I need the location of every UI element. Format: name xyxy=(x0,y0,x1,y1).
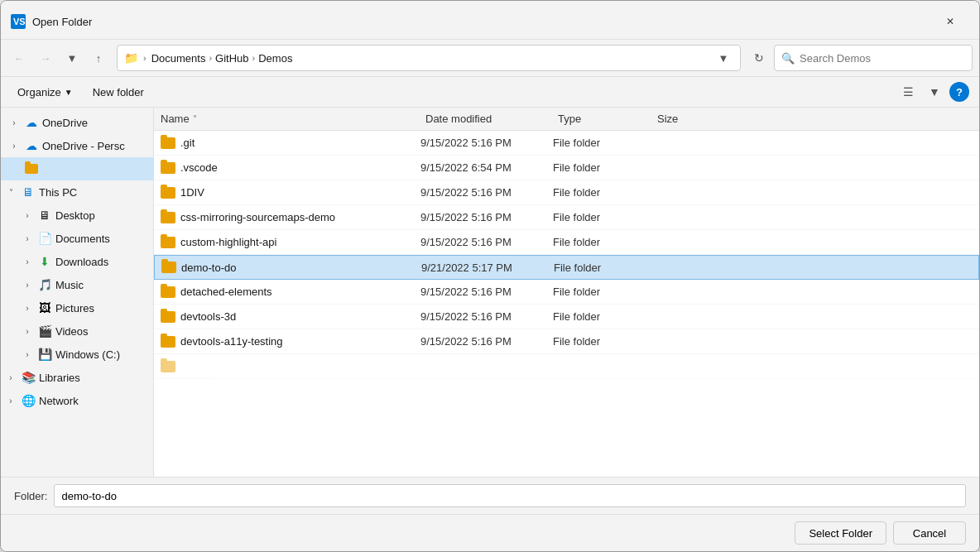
select-folder-button[interactable]: Select Folder xyxy=(795,521,886,545)
new-folder-button[interactable]: New folder xyxy=(86,83,151,102)
toolbar-right: ☰ ▼ ? xyxy=(896,80,969,103)
file-name: devtools-3d xyxy=(180,310,420,323)
breadcrumb-demos[interactable]: Demos xyxy=(258,52,292,65)
forward-button[interactable]: → xyxy=(34,46,57,70)
table-row[interactable]: devtools-a11y-testing 9/15/2022 5:16 PM … xyxy=(154,329,979,354)
sidebar-item-downloads[interactable]: › ⬇ Downloads xyxy=(1,250,153,273)
sidebar-label-downloads: Downloads xyxy=(55,256,108,268)
view-options-button[interactable]: ☰ xyxy=(896,80,920,103)
file-date: 9/15/2022 5:16 PM xyxy=(420,137,553,149)
folder-icon xyxy=(161,161,175,175)
column-size[interactable]: Size xyxy=(657,113,723,125)
column-headers: Name ˅ Date modified Type Size xyxy=(154,108,979,131)
sidebar-item-network[interactable]: › 🌐 Network xyxy=(1,389,153,412)
sidebar-item-documents[interactable]: › 📄 Documents xyxy=(1,227,153,250)
navigation-bar: ← → ▼ ↑ 📁 › Documents › GitHub › Demos ▼… xyxy=(1,40,979,77)
breadcrumb-sep-2: › xyxy=(252,53,256,63)
table-row[interactable]: .git 9/15/2022 5:16 PM File folder xyxy=(154,131,979,156)
table-row[interactable]: css-mirroring-sourcemaps-demo 9/15/2022 … xyxy=(154,205,979,230)
search-input[interactable] xyxy=(800,52,965,65)
organize-button[interactable]: Organize ▼ xyxy=(11,83,79,102)
sidebar-item-pictures[interactable]: › 🖼 Pictures xyxy=(1,296,153,319)
app-icon: VS xyxy=(11,14,26,29)
folder-icon xyxy=(161,285,175,300)
folder-icon xyxy=(161,359,175,374)
search-box[interactable]: 🔍 xyxy=(774,45,973,71)
sidebar-label-pictures: Pictures xyxy=(55,302,94,314)
column-type[interactable]: Type xyxy=(558,113,657,125)
folder-input[interactable] xyxy=(54,484,966,507)
help-button[interactable]: ? xyxy=(949,82,969,102)
address-bar[interactable]: 📁 › Documents › GitHub › Demos ▼ xyxy=(117,45,741,71)
address-dropdown-button[interactable]: ▼ xyxy=(713,46,733,70)
sidebar-item-this-pc[interactable]: ˅ 🖥 This PC xyxy=(1,180,153,204)
expand-icon-music: › xyxy=(21,278,34,291)
file-type: File folder xyxy=(553,310,652,323)
expand-icon-desktop: › xyxy=(21,209,34,222)
expand-icon-documents: › xyxy=(21,232,34,245)
table-row[interactable]: detached-elements 9/15/2022 5:16 PM File… xyxy=(154,280,979,305)
table-row-partial[interactable] xyxy=(154,354,979,379)
refresh-button[interactable]: ↻ xyxy=(747,46,771,70)
column-date[interactable]: Date modified xyxy=(425,113,558,125)
sort-indicator: ˅ xyxy=(193,114,197,123)
view-dropdown-button[interactable]: ▼ xyxy=(923,80,946,103)
recent-locations-button[interactable]: ▼ xyxy=(60,46,84,70)
up-button[interactable]: ↑ xyxy=(87,46,110,70)
file-type: File folder xyxy=(553,286,652,298)
window-controls: ✕ xyxy=(931,9,969,34)
expand-icon-videos: › xyxy=(21,324,34,338)
sidebar-item-videos[interactable]: › 🎬 Videos xyxy=(1,319,153,343)
close-button[interactable]: ✕ xyxy=(931,9,969,34)
file-date: 9/15/2022 6:54 PM xyxy=(420,161,553,174)
expand-icon-pictures: › xyxy=(21,301,34,314)
file-name: devtools-a11y-testing xyxy=(180,335,420,348)
expand-icon-selected xyxy=(7,162,21,175)
pictures-icon: 🖼 xyxy=(37,300,52,315)
file-type: File folder xyxy=(553,335,652,348)
folder-label: Folder: xyxy=(14,490,47,502)
svg-text:VS: VS xyxy=(13,17,26,26)
open-folder-dialog: VS Open Folder ✕ ← → ▼ ↑ 📁 › Documents ›… xyxy=(0,0,980,552)
selected-folder-icon xyxy=(24,161,39,176)
file-date: 9/15/2022 5:16 PM xyxy=(420,236,553,248)
sidebar-item-onedrive[interactable]: › ☁ OneDrive xyxy=(1,111,153,134)
table-row-selected[interactable]: demo-to-do 9/21/2022 5:17 PM File folder xyxy=(154,255,979,280)
downloads-icon: ⬇ xyxy=(37,254,52,269)
breadcrumb-documents[interactable]: Documents xyxy=(151,52,206,65)
breadcrumb-github[interactable]: GitHub xyxy=(215,52,248,65)
file-list[interactable]: .git 9/15/2022 5:16 PM File folder .vsco… xyxy=(154,131,979,477)
documents-icon: 📄 xyxy=(37,231,52,246)
desktop-icon: 🖥 xyxy=(37,208,52,223)
sidebar-item-music[interactable]: › 🎵 Music xyxy=(1,273,153,296)
table-row[interactable]: custom-highlight-api 9/15/2022 5:16 PM F… xyxy=(154,230,979,255)
toolbar: Organize ▼ New folder ☰ ▼ ? xyxy=(1,77,979,108)
sidebar-item-desktop[interactable]: › 🖥 Desktop xyxy=(1,204,153,227)
file-name: .git xyxy=(180,137,420,149)
sidebar-label-network: Network xyxy=(39,395,79,407)
file-name: 1DIV xyxy=(180,186,420,199)
table-row[interactable]: 1DIV 9/15/2022 5:16 PM File folder xyxy=(154,180,979,205)
sidebar-item-selected-folder[interactable] xyxy=(1,157,153,180)
file-type: File folder xyxy=(554,262,653,274)
sidebar-item-libraries[interactable]: › 📚 Libraries xyxy=(1,366,153,389)
sidebar-item-onedrive-personal[interactable]: › ☁ OneDrive - Persc xyxy=(1,134,153,157)
expand-icon-onedrive: › xyxy=(7,116,21,129)
table-row[interactable]: devtools-3d 9/15/2022 5:16 PM File folde… xyxy=(154,305,979,329)
address-path: Documents › GitHub › Demos xyxy=(151,52,709,65)
sidebar-item-windows-c[interactable]: › 💾 Windows (C:) xyxy=(1,343,153,366)
dialog-title: Open Folder xyxy=(32,16,931,28)
cancel-button[interactable]: Cancel xyxy=(893,521,966,545)
file-date: 9/21/2022 5:17 PM xyxy=(421,262,554,274)
sidebar-label-videos: Videos xyxy=(55,325,89,338)
address-sep-1: › xyxy=(143,53,147,63)
column-name[interactable]: Name ˅ xyxy=(161,113,425,125)
table-row[interactable]: .vscode 9/15/2022 6:54 PM File folder xyxy=(154,156,979,180)
file-type: File folder xyxy=(553,211,652,223)
search-icon: 🔍 xyxy=(781,52,795,65)
sidebar-label-libraries: Libraries xyxy=(39,372,80,384)
address-folder-icon: 📁 xyxy=(124,51,138,65)
expand-icon-windows-c: › xyxy=(21,348,34,361)
file-date: 9/15/2022 5:16 PM xyxy=(420,310,553,323)
back-button[interactable]: ← xyxy=(7,46,31,70)
